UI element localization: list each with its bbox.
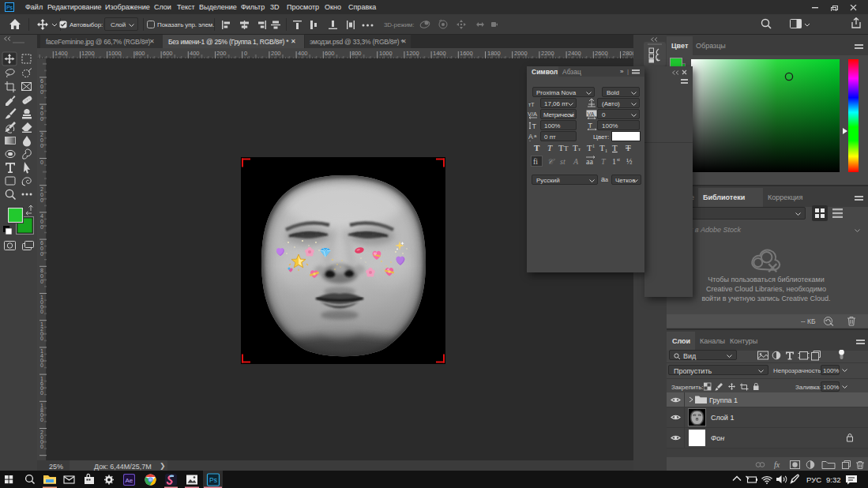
svg-text:0: 0	[40, 246, 43, 251]
svg-text:st: st	[617, 157, 620, 162]
svg-text:0: 0	[40, 336, 43, 341]
svg-text:T: T	[587, 143, 592, 152]
svg-text:0: 0	[40, 111, 43, 116]
svg-text:aa: aa	[586, 157, 593, 166]
svg-text:200: 200	[271, 50, 281, 57]
svg-text:st: st	[560, 157, 566, 166]
svg-text:1200: 1200	[81, 50, 95, 57]
svg-text:0: 0	[40, 273, 43, 279]
svg-text:½: ½	[626, 157, 633, 166]
svg-text:T: T	[573, 143, 578, 152]
svg-text:Ps: Ps	[209, 476, 217, 484]
svg-text:T: T	[601, 157, 607, 166]
svg-text:T: T	[612, 143, 618, 152]
svg-text:V/A: V/A	[528, 111, 537, 118]
svg-text:400: 400	[298, 50, 308, 57]
svg-text:200: 200	[216, 50, 227, 57]
svg-text:0: 0	[40, 224, 43, 230]
svg-text:1600: 1600	[460, 50, 473, 57]
svg-text:1400: 1400	[54, 50, 68, 57]
svg-text:T: T	[564, 145, 569, 152]
svg-text:2000: 2000	[514, 50, 528, 57]
svg-text:800: 800	[135, 50, 145, 57]
svg-text:0: 0	[40, 160, 43, 165]
svg-text:9:32: 9:32	[826, 475, 841, 484]
svg-text:400: 400	[190, 50, 200, 57]
svg-text:a: a	[534, 133, 537, 138]
svg-text:2600: 2600	[595, 50, 608, 57]
svg-text:600: 600	[325, 50, 335, 57]
svg-text:Ae: Ae	[126, 477, 133, 484]
svg-text:0: 0	[40, 251, 43, 257]
svg-text:T: T	[532, 122, 537, 130]
svg-text:0: 0	[40, 444, 43, 449]
svg-text:800: 800	[351, 50, 362, 57]
svg-text:0: 0	[40, 279, 43, 284]
svg-text:0: 0	[40, 116, 43, 122]
svg-text:1400: 1400	[433, 50, 446, 57]
svg-text:2400: 2400	[568, 50, 581, 57]
svg-text:0: 0	[40, 309, 43, 314]
svg-text:fi: fi	[533, 157, 538, 166]
svg-text:0: 0	[40, 219, 43, 224]
svg-text:1: 1	[605, 148, 607, 153]
svg-text:0: 0	[40, 137, 43, 143]
svg-text:Ps: Ps	[6, 5, 13, 10]
svg-text:2800: 2800	[622, 50, 633, 57]
svg-text:0: 0	[40, 192, 43, 197]
svg-text:2: 2	[40, 132, 43, 137]
svg-text:6: 6	[40, 240, 43, 246]
svg-text:1200: 1200	[406, 50, 419, 57]
svg-text:T: T	[534, 143, 540, 152]
svg-text:T: T	[547, 143, 553, 152]
svg-text:0: 0	[40, 390, 43, 396]
svg-text:0: 0	[40, 89, 43, 95]
svg-text:2: 2	[40, 186, 43, 192]
svg-text:600: 600	[163, 50, 173, 57]
svg-text:A: A	[573, 157, 579, 166]
svg-text:VA: VA	[588, 111, 595, 117]
svg-text:1000: 1000	[379, 50, 393, 57]
svg-text:2200: 2200	[541, 50, 554, 57]
svg-text:T: T	[599, 143, 605, 152]
svg-text:тT: тT	[528, 102, 535, 107]
svg-text:0: 0	[40, 362, 43, 368]
svg-text:6: 6	[40, 78, 43, 84]
svg-text:T: T	[588, 122, 593, 130]
svg-text:1: 1	[592, 144, 595, 148]
svg-text:РУС: РУС	[806, 475, 821, 484]
svg-text:1: 1	[612, 157, 616, 166]
svg-text:0: 0	[40, 417, 43, 422]
svg-text:8: 8	[40, 268, 43, 273]
svg-text:fx: fx	[774, 460, 780, 469]
svg-text:0: 0	[40, 143, 43, 148]
svg-text:4: 4	[40, 105, 43, 111]
svg-text:𝒞: 𝒞	[547, 157, 555, 166]
svg-text:0: 0	[40, 84, 43, 89]
svg-text:т: т	[578, 146, 581, 152]
svg-text:T: T	[558, 143, 564, 152]
svg-text:A: A	[528, 133, 533, 141]
svg-text:0: 0	[244, 50, 247, 57]
svg-text:4: 4	[40, 213, 43, 219]
svg-text:0: 0	[40, 197, 43, 203]
svg-text:1800: 1800	[487, 50, 501, 57]
svg-text:1000: 1000	[108, 50, 122, 57]
svg-text:T: T	[626, 143, 631, 152]
